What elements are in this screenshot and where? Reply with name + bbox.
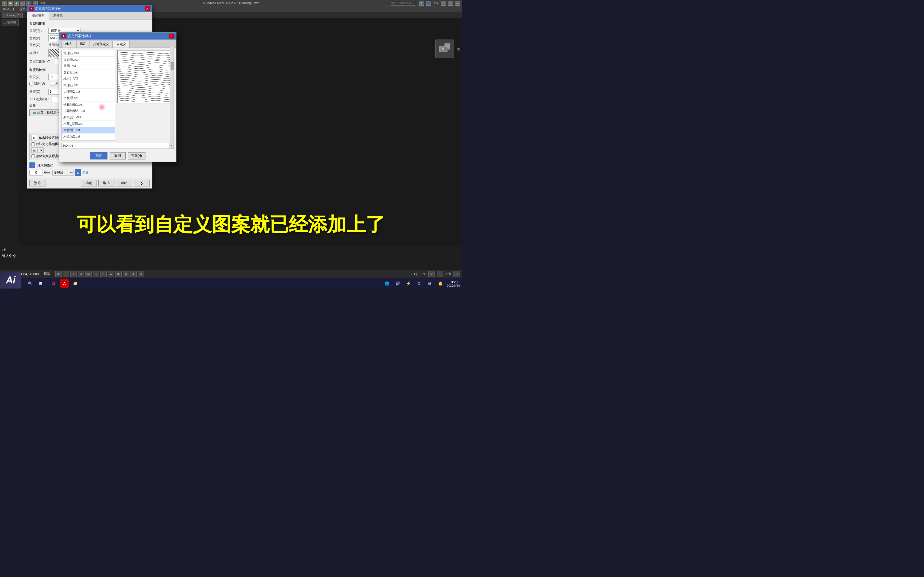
plus-icon[interactable]: + (437, 271, 443, 277)
new-btn-label[interactable]: 新建 (82, 171, 89, 175)
scale-display: 1:1 | 100% (411, 272, 426, 276)
dialog-scrollbar[interactable] (170, 46, 174, 148)
inherit-label[interactable]: 继承特性(I) (37, 163, 53, 168)
pattern-item-3[interactable]: 圆管形.pat (62, 69, 115, 76)
settings-icon[interactable]: ⚙ (428, 271, 435, 277)
taskbar-pinyin[interactable]: 拼 (425, 279, 434, 288)
main-dialog-close[interactable]: ✕ (145, 6, 150, 11)
add-icon: ⊕ (33, 111, 36, 115)
origin-pos-select[interactable]: 左下 (31, 147, 44, 153)
grid2-icon[interactable]: ⊞ (454, 271, 460, 277)
polar-icon[interactable]: ⊿ (78, 271, 84, 277)
cancel-btn[interactable]: 取消 (99, 180, 115, 187)
grid-icon[interactable]: ⊞ (55, 271, 62, 277)
default-boundary-checkbox[interactable] (31, 142, 35, 146)
view3d-icon[interactable]: ◈ (138, 271, 144, 277)
ortho-icon[interactable]: ⊥ (70, 271, 77, 277)
unit-input-group: 单位 (29, 169, 50, 176)
menu-edit[interactable]: 编辑(E) (2, 6, 15, 12)
annotation-icon[interactable]: A (130, 271, 137, 277)
drawing-tab[interactable]: Drawing1* (2, 13, 23, 18)
pattern-item-2[interactable]: 圆圈.PAT (62, 63, 115, 69)
taskbar-network[interactable]: 🌐 (383, 279, 391, 288)
toolbar-icon-save[interactable]: 💾 (14, 1, 19, 6)
fill-cancel-btn[interactable]: 取消 (110, 152, 126, 160)
pattern-item-10[interactable]: 新填充1.PAT (62, 114, 115, 121)
preview-btn[interactable]: 预览 (29, 180, 45, 187)
pattern-item-14[interactable]: 植物1.pat (62, 140, 115, 140)
pattern-item-9[interactable]: 拼花地板21.pat (62, 108, 115, 114)
help-btn[interactable]: 帮助 (116, 180, 132, 187)
expand-btn[interactable]: ❯ (134, 180, 150, 187)
taskbar-notifications[interactable]: 🔔 (436, 279, 444, 288)
cart-icon[interactable]: 🛒 (441, 1, 446, 6)
fill-help-btn[interactable]: 帮助(H) (128, 152, 146, 160)
pattern-search-input[interactable] (62, 144, 173, 148)
pattern-item-5[interactable]: 大理石.pat (62, 82, 115, 89)
fill-dialog-title-bar[interactable]: A 填充图案选项板 ✕ (59, 32, 176, 40)
pattern-item-0[interactable]: 乱理石.PAT (62, 50, 115, 56)
checkbox-bidirectional-input[interactable] (29, 82, 33, 85)
taskbar-sougou[interactable]: S (50, 279, 58, 288)
text-style-icon[interactable]: A (448, 1, 453, 6)
taskbar-clock[interactable]: 10:29 2022/8/26 (447, 280, 460, 287)
search-icon[interactable]: 🔍 (419, 1, 424, 6)
pattern-item-13[interactable]: 木纹面2.pat (62, 134, 115, 140)
multiline-select[interactable]: 多段线 (52, 169, 74, 176)
store-default-checkbox[interactable] (31, 155, 35, 158)
pattern-item-8[interactable]: 拼花地板1.pat (62, 102, 115, 108)
pattern-item-11[interactable]: 木瓦_屋顶.pat (62, 121, 115, 127)
tab-custom[interactable]: 自定义 (113, 40, 130, 48)
tab-iso[interactable]: ISO (76, 40, 89, 48)
scrollbar-thumb[interactable] (171, 62, 174, 70)
selection-icon[interactable]: ▧ (123, 271, 129, 277)
inherit-icon[interactable]: ↑ (29, 163, 35, 168)
search-bar[interactable]: 键入关键字或短语 (389, 1, 417, 6)
set-origin-icon[interactable]: ⊕ (31, 135, 37, 141)
pattern-item-7[interactable]: 密纹理.pat (62, 95, 115, 102)
transparency-icon[interactable]: ◑ (115, 271, 122, 277)
osnap-icon[interactable]: ◎ (85, 271, 92, 277)
more-icon[interactable]: >> (455, 1, 460, 6)
unit-input[interactable] (29, 169, 43, 176)
taskbar-volume[interactable]: 🔊 (393, 279, 402, 288)
checkbox-relative-input[interactable] (51, 82, 54, 85)
autocad-status-bar: 2.7871, 550.8064, 0.0000 模型 ⊞ ⋮ ⊥ ⊿ ◎ ∞ … (0, 270, 462, 278)
taskbar-input-method[interactable]: 英 (415, 279, 423, 288)
input-dropdown-btn[interactable]: ▼ (169, 143, 173, 148)
pattern-item-1[interactable]: 古岩石.pat (62, 56, 115, 63)
fill-dialog-body: 乱理石.PAT 古岩石.pat 圆圈.PAT 圆管形.pat 地拼1.PAT 大… (59, 48, 176, 143)
fill-dialog-close[interactable]: ✕ (169, 34, 174, 39)
new-btn-icon[interactable]: ⊞ (75, 169, 81, 176)
fill-ok-btn[interactable]: 确定 (90, 152, 107, 160)
login-label[interactable]: 登录 (433, 1, 439, 5)
model-status[interactable]: 模型 (42, 271, 52, 277)
tab-hatch[interactable]: 图案填充 (27, 12, 49, 19)
tab-gradient[interactable]: 渐变色 (49, 12, 67, 19)
viewcube[interactable]: 顶 (435, 40, 454, 58)
toolbar-icon-undo[interactable]: ↩ (20, 1, 24, 6)
otrack-icon[interactable]: ∞ (93, 271, 99, 277)
taskbar-folder[interactable]: 📁 (71, 279, 79, 288)
taskbar-search[interactable]: 🔍 (26, 279, 34, 288)
west-label: 西 (457, 48, 460, 52)
account-icon[interactable]: 👤 (426, 1, 431, 6)
pattern-item-4[interactable]: 地拼1.PAT (62, 76, 115, 82)
search-placeholder: 键入关键字或短语 (391, 1, 415, 5)
lineweight-icon[interactable]: ═ (108, 271, 114, 277)
toolbar-icon-open[interactable]: 📂 (8, 1, 13, 6)
pattern-item-12[interactable]: 木纹面1.pat (62, 127, 115, 134)
dynamic-icon[interactable]: ↗ (100, 271, 107, 277)
snap-icon[interactable]: ⋮ (63, 271, 69, 277)
tab-ansi[interactable]: ANSI (61, 40, 76, 48)
taskbar-battery[interactable]: ⚡ (404, 279, 412, 288)
command-prompt[interactable]: 键入命令 (2, 253, 460, 258)
taskbar-start[interactable]: ⊞ (36, 279, 45, 288)
tab-other-predefined[interactable]: 其他预定义 (90, 40, 113, 48)
main-dialog-title-bar[interactable]: A 图案填充和新变色 ✕ (27, 5, 152, 12)
toolbar-icon-new[interactable]: ⊞ (2, 1, 7, 6)
pattern-label: 图案(P)： (29, 36, 47, 40)
pattern-item-6[interactable]: 大理石2.pat (62, 89, 115, 95)
ok-btn[interactable]: 确定 (81, 180, 97, 187)
taskbar-autocad[interactable]: A (60, 279, 69, 288)
